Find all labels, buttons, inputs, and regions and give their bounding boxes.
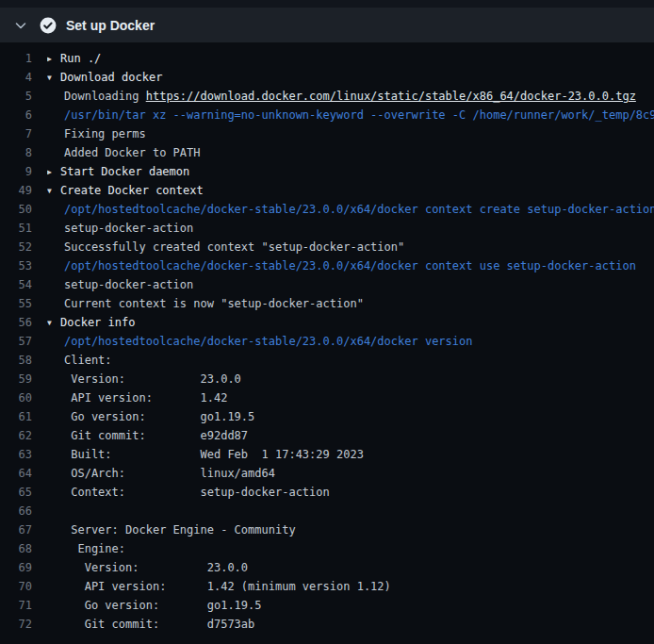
log-group-row[interactable]: 4▼Download docker [0, 68, 654, 87]
check-circle-icon [40, 17, 57, 34]
line-number[interactable]: 61 [0, 407, 47, 426]
line-number[interactable]: 60 [0, 388, 47, 407]
line-number[interactable]: 64 [0, 464, 47, 483]
line-number[interactable]: 50 [0, 200, 47, 219]
log-text: Context: setup-docker-action [47, 483, 654, 502]
log-line: 53/opt/hostedtoolcache/docker-stable/23.… [0, 256, 654, 275]
log-text [47, 502, 654, 520]
log-line: 64 OS/Arch: linux/amd64 [0, 464, 654, 483]
line-number[interactable]: 63 [0, 445, 47, 464]
line-number[interactable]: 67 [0, 520, 47, 539]
log-group-row[interactable]: 9▶Start Docker daemon [0, 162, 654, 181]
line-number[interactable]: 6 [0, 106, 47, 124]
log-command-text: /opt/hostedtoolcache/docker-stable/23.0.… [47, 256, 654, 275]
line-number[interactable]: 9 [0, 162, 47, 181]
line-number[interactable]: 56 [0, 313, 47, 332]
log-line: 51setup-docker-action [0, 219, 654, 238]
step-header[interactable]: Set up Docker [0, 8, 654, 42]
log-text: Go version: go1.19.5 [47, 596, 654, 615]
log-command-text: /opt/hostedtoolcache/docker-stable/23.0.… [47, 332, 654, 351]
log-line: 69 Version: 23.0.0 [0, 558, 654, 577]
chevron-down-icon[interactable] [13, 18, 28, 33]
line-number[interactable]: 1 [0, 49, 47, 68]
log-text: Version: 23.0.0 [47, 558, 654, 577]
log-text: Git commit: e92dd87 [47, 426, 654, 445]
log-text: Go version: go1.19.5 [47, 407, 654, 426]
group-title: Download docker [60, 71, 162, 84]
line-number[interactable]: 71 [0, 596, 47, 615]
log-list: 1▶Run ./4▼Download docker5Downloading ht… [0, 49, 654, 634]
log-line: 7Fixing perms [0, 124, 654, 143]
line-number[interactable]: 72 [0, 615, 47, 634]
triangle-down-icon: ▼ [47, 314, 60, 332]
line-number[interactable]: 69 [0, 558, 47, 577]
log-line: 60 API version: 1.42 [0, 388, 654, 407]
log-line: 59 Version: 23.0.0 [0, 370, 654, 388]
line-number[interactable]: 66 [0, 502, 47, 520]
log-text: Engine: [47, 539, 654, 558]
line-number[interactable]: 5 [0, 87, 47, 106]
line-number[interactable]: 4 [0, 68, 47, 87]
log-line: 57/opt/hostedtoolcache/docker-stable/23.… [0, 332, 654, 351]
group-title: Docker info [60, 316, 135, 329]
log-text: Server: Docker Engine - Community [47, 520, 654, 539]
line-number[interactable]: 52 [0, 238, 47, 256]
log-text: Successfully created context "setup-dock… [47, 238, 654, 256]
log-text: setup-docker-action [47, 275, 654, 294]
line-number[interactable]: 8 [0, 143, 47, 162]
group-title: Run ./ [60, 52, 101, 65]
log-line: 52Successfully created context "setup-do… [0, 238, 654, 256]
log-line: 54setup-docker-action [0, 275, 654, 294]
line-number[interactable]: 58 [0, 351, 47, 370]
group-title: Create Docker context [60, 184, 204, 197]
triangle-right-icon: ▶ [47, 50, 60, 68]
log-text: Client: [47, 351, 654, 370]
triangle-right-icon: ▶ [47, 163, 60, 181]
log-text: OS/Arch: linux/amd64 [47, 464, 654, 483]
log-line: 61 Go version: go1.19.5 [0, 407, 654, 426]
log-line: 66 [0, 502, 654, 520]
line-number[interactable]: 53 [0, 256, 47, 275]
line-number[interactable]: 65 [0, 483, 47, 502]
line-number[interactable]: 57 [0, 332, 47, 351]
log-line: 70 API version: 1.42 (minimum version 1.… [0, 577, 654, 596]
line-number[interactable]: 55 [0, 294, 47, 313]
log-text: Downloading [64, 90, 146, 103]
line-number[interactable]: 59 [0, 370, 47, 388]
log-area: 1▶Run ./4▼Download docker5Downloading ht… [0, 42, 654, 644]
log-line: 58Client: [0, 351, 654, 370]
group-title: Start Docker daemon [60, 165, 189, 178]
log-line: 71 Go version: go1.19.5 [0, 596, 654, 615]
log-text: API version: 1.42 [47, 388, 654, 407]
triangle-down-icon: ▼ [47, 69, 60, 87]
line-number[interactable]: 54 [0, 275, 47, 294]
log-line: 72 Git commit: d7573ab [0, 615, 654, 634]
log-group-row[interactable]: 56▼Docker info [0, 313, 654, 332]
log-text: Git commit: d7573ab [47, 615, 654, 634]
log-text: Version: 23.0.0 [47, 370, 654, 388]
log-line: 65 Context: setup-docker-action [0, 483, 654, 502]
log-group-row[interactable]: 1▶Run ./ [0, 49, 654, 68]
log-text: Built: Wed Feb 1 17:43:29 2023 [47, 445, 654, 464]
log-line: 6/usr/bin/tar xz --warning=no-unknown-ke… [0, 106, 654, 124]
log-text: Added Docker to PATH [47, 143, 654, 162]
line-number[interactable]: 51 [0, 219, 47, 238]
log-line: 8Added Docker to PATH [0, 143, 654, 162]
log-group-row[interactable]: 49▼Create Docker context [0, 181, 654, 200]
line-number[interactable]: 70 [0, 577, 47, 596]
log-text: Current context is now "setup-docker-act… [47, 294, 654, 313]
log-text: Fixing perms [47, 124, 654, 143]
line-number[interactable]: 49 [0, 181, 47, 200]
log-command-text: /opt/hostedtoolcache/docker-stable/23.0.… [47, 200, 654, 219]
log-line: 50/opt/hostedtoolcache/docker-stable/23.… [0, 200, 654, 219]
line-number[interactable]: 68 [0, 539, 47, 558]
triangle-down-icon: ▼ [47, 182, 60, 200]
log-url-link[interactable]: https://download.docker.com/linux/static… [146, 90, 636, 103]
step-title: Set up Docker [66, 18, 155, 33]
log-text: setup-docker-action [47, 219, 654, 238]
log-line: 68 Engine: [0, 539, 654, 558]
line-number[interactable]: 7 [0, 124, 47, 143]
log-text: API version: 1.42 (minimum version 1.12) [47, 577, 654, 596]
line-number[interactable]: 62 [0, 426, 47, 445]
log-line: 5Downloading https://download.docker.com… [0, 87, 654, 106]
